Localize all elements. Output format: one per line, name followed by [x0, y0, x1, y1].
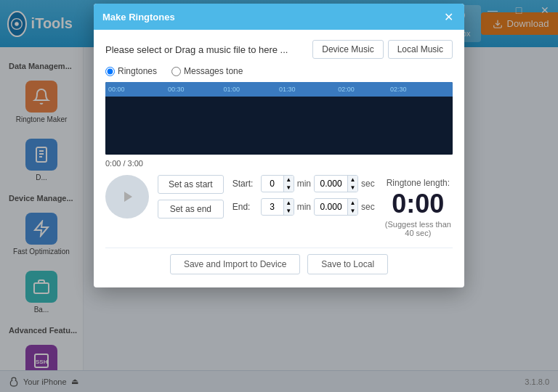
- local-music-button[interactable]: Local Music: [388, 40, 453, 59]
- set-end-button[interactable]: Set as end: [158, 200, 224, 219]
- tick-1: 00:30: [168, 86, 185, 93]
- set-controls: Set as start Set as end: [158, 175, 224, 219]
- tick-2: 01:00: [224, 86, 240, 93]
- end-min-up[interactable]: ▲: [283, 199, 294, 207]
- modal-close-button[interactable]: ✕: [441, 9, 456, 24]
- ringtone-length-panel: Ringtone length: 0:00 (Suggest less than…: [384, 175, 453, 237]
- radio-row: Ringtones Messages tone: [105, 66, 453, 76]
- device-music-button[interactable]: Device Music: [312, 40, 383, 59]
- waveform-area[interactable]: [105, 97, 453, 155]
- svg-rect-24: [105, 97, 453, 155]
- modal-header: Make Ringtones ✕: [94, 4, 464, 30]
- timeline-container: 00:00 00:30 01:00 01:30 02:00 02:30: [105, 82, 453, 155]
- end-min-spin-btns: ▲ ▼: [283, 199, 294, 215]
- modal-instruction: Please select or Drag a music file to he…: [105, 44, 288, 55]
- modal-body: Please select or Drag a music file to he…: [94, 30, 464, 287]
- waveform-svg: [105, 97, 453, 155]
- tick-4: 02:00: [338, 86, 355, 93]
- end-sec-unit: sec: [361, 202, 375, 212]
- ringtone-length-label: Ringtone length:: [384, 178, 453, 188]
- end-min-spinbox: ▲ ▼: [261, 198, 294, 216]
- end-min-input[interactable]: [262, 200, 283, 214]
- save-local-button[interactable]: Save to Local: [307, 254, 388, 274]
- end-label: End:: [232, 202, 258, 212]
- timeline-ruler: 00:00 00:30 01:00 01:30 02:00 02:30: [105, 82, 453, 97]
- start-sec-up[interactable]: ▲: [347, 176, 357, 184]
- svg-marker-25: [124, 192, 132, 202]
- end-sec-spinbox: ▲ ▼: [314, 198, 358, 216]
- start-min-unit: min: [297, 179, 311, 189]
- end-min-unit: min: [297, 202, 311, 212]
- end-sec-up[interactable]: ▲: [347, 199, 357, 207]
- start-min-down[interactable]: ▼: [283, 184, 294, 192]
- modal-top-buttons: Device Music Local Music: [312, 40, 453, 59]
- start-min-spinbox: ▲ ▼: [261, 175, 294, 192]
- radio-messages-tone[interactable]: Messages tone: [171, 66, 243, 76]
- start-min-up[interactable]: ▲: [283, 176, 294, 184]
- end-sec-down[interactable]: ▼: [347, 207, 357, 215]
- start-sec-spinbox: ▲ ▼: [314, 175, 358, 192]
- time-inputs: Start: ▲ ▼ min ▲: [232, 175, 375, 216]
- start-sec-input[interactable]: [315, 176, 347, 191]
- start-sec-spin-btns: ▲ ▼: [347, 176, 357, 192]
- start-label: Start:: [232, 179, 258, 189]
- start-sec-unit: sec: [361, 179, 375, 189]
- start-time-row: Start: ▲ ▼ min ▲: [232, 175, 375, 192]
- controls-row: Set as start Set as end Start: ▲ ▼: [105, 175, 453, 237]
- tick-5: 02:30: [390, 86, 407, 93]
- end-time-row: End: ▲ ▼ min ▲: [232, 198, 375, 216]
- modal-title: Make Ringtones: [102, 12, 175, 23]
- end-min-down[interactable]: ▼: [283, 207, 294, 215]
- start-min-spin-btns: ▲ ▼: [283, 176, 294, 192]
- end-sec-spin-btns: ▲ ▼: [347, 199, 357, 215]
- modal-top-row: Please select or Drag a music file to he…: [105, 40, 453, 59]
- play-button[interactable]: [105, 175, 149, 219]
- make-ringtones-modal: Make Ringtones ✕ Please select or Drag a…: [94, 4, 464, 287]
- modal-overlay: Make Ringtones ✕ Please select or Drag a…: [0, 0, 558, 392]
- radio-messages-input[interactable]: [171, 67, 181, 76]
- start-sec-down[interactable]: ▼: [347, 184, 357, 192]
- radio-ringtones[interactable]: Ringtones: [105, 66, 157, 76]
- play-icon: [118, 188, 136, 205]
- end-sec-input[interactable]: [315, 200, 347, 214]
- tick-3: 01:30: [279, 86, 296, 93]
- tick-0: 00:00: [108, 86, 125, 93]
- ringtone-length-value: 0:00: [384, 191, 453, 217]
- ringtone-suggest: (Suggest less than 40 sec): [384, 220, 453, 237]
- time-display: 0:00 / 3:00: [105, 159, 453, 168]
- save-import-button[interactable]: Save and Import to Device: [170, 254, 300, 274]
- radio-ringtones-input[interactable]: [105, 67, 115, 76]
- set-start-button[interactable]: Set as start: [158, 175, 224, 194]
- start-min-input[interactable]: [262, 176, 283, 191]
- modal-footer: Save and Import to Device Save to Local: [105, 248, 453, 277]
